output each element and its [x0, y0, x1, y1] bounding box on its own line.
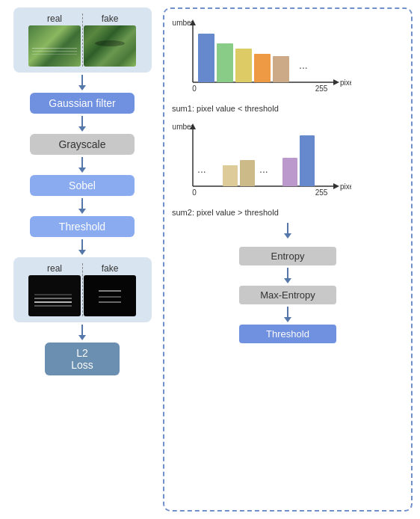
arrow-right-line-3 [287, 307, 288, 317]
gaussian-filter-box: Gaussian filter [30, 93, 135, 114]
real-label: real [47, 13, 62, 24]
max-entropy-box: Max-Entropy [239, 286, 336, 304]
entropy-box: Entropy [239, 247, 336, 265]
svg-text:···: ··· [259, 165, 268, 177]
svg-rect-8 [198, 34, 214, 82]
svg-rect-11 [254, 54, 271, 82]
main-container: real fake Gaussian filter Grayscale [0, 0, 420, 519]
arrow-head-2 [78, 126, 86, 132]
real-output-image [28, 275, 81, 316]
svg-marker-3 [333, 79, 339, 85]
svg-text:0: 0 [192, 85, 197, 93]
arrow-line-3 [81, 157, 83, 168]
fake-image [84, 25, 136, 67]
real-output-image-item: real [28, 263, 81, 316]
arrow-1 [78, 75, 86, 90]
bottom-images-row: real fake [13, 257, 152, 322]
svg-rect-12 [273, 56, 289, 82]
arrow-line-2 [81, 116, 83, 126]
arrow-line-4 [81, 198, 83, 209]
svg-rect-26 [282, 158, 297, 186]
chart1-svg: number 0 255 pixel ··· [172, 15, 351, 101]
arrow-line-5 [81, 239, 83, 250]
svg-text:255: 255 [315, 188, 328, 197]
chart2-area: number 0 255 pixel ··· ··· [169, 119, 407, 205]
threshold-right-box: Threshold [239, 325, 336, 343]
svg-marker-17 [333, 183, 339, 189]
right-column: number 0 255 pixel ··· [163, 7, 413, 512]
fake-output-image-item: fake [84, 263, 136, 316]
svg-rect-9 [217, 43, 233, 82]
arrow-line-1 [81, 75, 83, 85]
grayscale-box: Grayscale [30, 134, 135, 155]
fake-output-image [84, 275, 136, 316]
output-image-divider [82, 263, 83, 316]
svg-rect-10 [235, 49, 252, 82]
real-output-label: real [47, 263, 62, 274]
svg-text:pixel: pixel [340, 182, 351, 191]
top-images-row: real fake [13, 7, 152, 73]
svg-rect-23 [223, 165, 238, 186]
arrow-right-3 [284, 307, 291, 322]
chart1-area: number 0 255 pixel ··· [169, 15, 407, 101]
svg-text:pixel: pixel [340, 79, 351, 87]
svg-text:number: number [172, 123, 194, 131]
svg-rect-27 [300, 135, 315, 186]
arrow-head-5 [78, 250, 86, 255]
arrow-3 [78, 157, 86, 173]
arrow-head-1 [78, 85, 86, 90]
sum2-text: sum2: pixel value > threshold [169, 208, 407, 217]
real-image-item: real [28, 13, 81, 67]
left-column: real fake Gaussian filter Grayscale [7, 7, 157, 512]
svg-rect-24 [240, 160, 255, 186]
arrow-2 [78, 116, 86, 132]
arrow-head-6 [78, 335, 86, 340]
arrow-4 [78, 198, 86, 214]
arrow-5 [78, 239, 86, 255]
fake-output-label: fake [102, 263, 119, 274]
fake-image-item: fake [84, 13, 136, 67]
svg-text:0: 0 [192, 188, 197, 197]
arrow-6 [78, 325, 86, 340]
image-divider [82, 13, 83, 67]
arrow-right-head-1 [284, 233, 291, 239]
svg-text:number: number [172, 19, 194, 27]
arrow-right-1 [284, 223, 291, 239]
arrow-right-head-3 [284, 317, 291, 322]
sobel-box: Sobel [30, 175, 135, 196]
arrow-head-3 [78, 168, 86, 173]
svg-text:···: ··· [299, 61, 308, 73]
right-flow: Entropy Max-Entropy Threshold [169, 247, 407, 343]
arrow-right-line-1 [287, 223, 288, 233]
threshold-box: Threshold [30, 216, 135, 237]
chart2-svg: number 0 255 pixel ··· ··· [172, 119, 351, 205]
arrow-right-head-2 [284, 278, 291, 283]
arrow-right-line-2 [287, 268, 288, 278]
arrow-right-2 [284, 268, 291, 283]
sum1-text: sum1: pixel value < threshold [169, 104, 407, 113]
fake-label: fake [102, 13, 119, 24]
svg-text:255: 255 [315, 85, 328, 93]
arrow-line-6 [81, 325, 83, 335]
arrow-head-4 [78, 209, 86, 214]
l2-loss-box: L2 Loss [45, 343, 120, 375]
real-image [28, 25, 81, 67]
svg-text:···: ··· [197, 165, 206, 177]
